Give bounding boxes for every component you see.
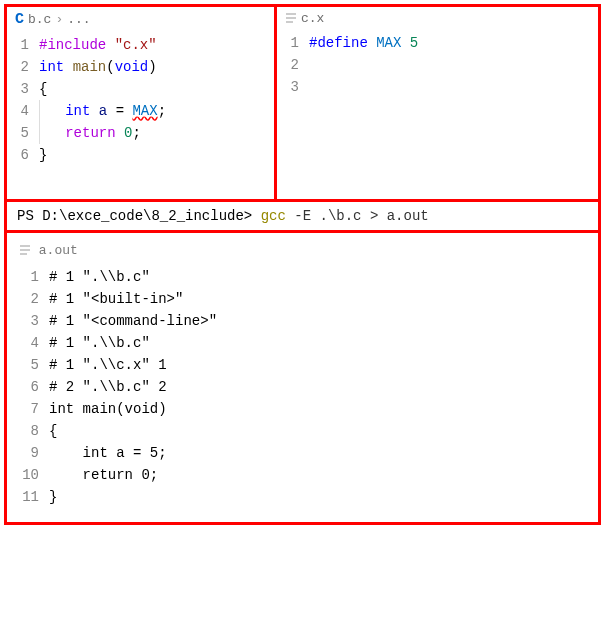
line-number: 9 (7, 442, 39, 464)
line-number: 2 (7, 56, 29, 78)
code-line[interactable]: } (39, 144, 274, 166)
term-prompt: PS (17, 208, 42, 224)
tok-int: int (39, 59, 64, 75)
code-line[interactable]: # 1 ".\\b.c" (49, 332, 598, 354)
paren: ) (148, 59, 156, 75)
code-line[interactable]: #define MAX 5 (309, 32, 598, 54)
line-number: 3 (7, 78, 29, 100)
tok-main: main (73, 59, 107, 75)
term-args: -E .\b.c > a.out (286, 208, 429, 224)
tok-void: void (115, 59, 149, 75)
line-number: 3 (7, 310, 39, 332)
code-line[interactable]: int main(void) (39, 56, 274, 78)
code-body[interactable]: # 1 ".\\b.c" # 1 "<built-in>" # 1 "<comm… (49, 266, 598, 508)
tok-string: "c.x" (115, 37, 157, 53)
line-number: 5 (7, 354, 39, 376)
terminal[interactable]: PS D:\exce_code\8_2_include> gcc -E .\b.… (7, 199, 598, 233)
breadcrumb-more[interactable]: ... (67, 12, 90, 27)
code-line[interactable] (309, 76, 598, 98)
code-area-right[interactable]: 1 2 3 #define MAX 5 (277, 30, 598, 199)
brace: } (39, 147, 47, 163)
tok-max-error: MAX (132, 103, 157, 119)
line-number: 8 (7, 420, 39, 442)
term-gt: > (244, 208, 261, 224)
line-number: 6 (7, 376, 39, 398)
eq: = (107, 103, 132, 119)
editor-pane-left: C b.c › ... 1 2 3 4 5 6 #include "c.x" i… (7, 7, 277, 199)
chevron-right-icon: › (55, 12, 63, 27)
code-line[interactable]: { (49, 420, 598, 442)
file-name: c.x (301, 11, 324, 26)
code-line[interactable]: # 1 ".\\b.c" (49, 266, 598, 288)
gutter: 1 2 3 4 5 6 (7, 34, 39, 195)
space (368, 35, 376, 51)
line-number: 6 (7, 144, 29, 166)
c-file-icon: C (15, 11, 24, 28)
tok-return: return (65, 125, 115, 141)
tok-define: #define (309, 35, 368, 51)
code-body[interactable]: #define MAX 5 (309, 32, 598, 195)
code-line[interactable]: # 1 "<built-in>" (49, 288, 598, 310)
code-line[interactable]: # 1 ".\\c.x" 1 (49, 354, 598, 376)
plain-file-icon (285, 11, 297, 26)
line-number: 5 (7, 122, 29, 144)
tok-val: 5 (410, 35, 418, 51)
space (116, 125, 124, 141)
code-line[interactable]: # 1 "<command-line>" (49, 310, 598, 332)
code-line[interactable]: int main(void) (49, 398, 598, 420)
paren: ( (106, 59, 114, 75)
code-line[interactable]: { (39, 78, 274, 100)
line-number: 1 (7, 34, 29, 56)
line-number: 3 (277, 76, 299, 98)
line-number: 1 (7, 266, 39, 288)
space (106, 37, 114, 53)
term-path: D:\exce_code\8_2_include (42, 208, 244, 224)
file-name: a.out (39, 243, 78, 258)
code-line[interactable]: int a = 5; (49, 442, 598, 464)
line-number: 10 (7, 464, 39, 486)
line-number: 4 (7, 332, 39, 354)
code-line[interactable] (309, 54, 598, 76)
term-cmd: gcc (261, 208, 286, 224)
line-number: 2 (7, 288, 39, 310)
tab-bar-left[interactable]: C b.c › ... (7, 7, 274, 32)
plain-file-icon (19, 243, 39, 258)
space (64, 59, 72, 75)
tok-int: int (65, 103, 90, 119)
tab-bar-bottom[interactable]: a.out (7, 241, 598, 264)
editor-window: C b.c › ... 1 2 3 4 5 6 #include "c.x" i… (4, 4, 601, 525)
line-number: 4 (7, 100, 29, 122)
tok-var: a (99, 103, 107, 119)
semi: ; (132, 125, 140, 141)
tab-bar-right[interactable]: c.x (277, 7, 598, 30)
semi: ; (158, 103, 166, 119)
space (401, 35, 409, 51)
indent (40, 103, 65, 119)
indent (40, 125, 65, 141)
gutter: 1 2 3 (277, 32, 309, 195)
file-name: b.c (28, 12, 51, 27)
code-line[interactable]: return 0; (49, 464, 598, 486)
line-number: 1 (277, 32, 299, 54)
code-line[interactable]: return 0; (39, 122, 274, 144)
brace: { (39, 81, 47, 97)
code-body[interactable]: #include "c.x" int main(void) { int a = … (39, 34, 274, 195)
top-row: C b.c › ... 1 2 3 4 5 6 #include "c.x" i… (7, 7, 598, 199)
line-number: 2 (277, 54, 299, 76)
code-line[interactable]: # 2 ".\\b.c" 2 (49, 376, 598, 398)
space (90, 103, 98, 119)
code-area-left[interactable]: 1 2 3 4 5 6 #include "c.x" int main(void… (7, 32, 274, 199)
line-number: 7 (7, 398, 39, 420)
code-area-bottom[interactable]: 1 2 3 4 5 6 7 8 9 10 11 # 1 ".\\b.c" # 1… (7, 264, 598, 512)
gutter: 1 2 3 4 5 6 7 8 9 10 11 (7, 266, 49, 508)
editor-pane-bottom: a.out 1 2 3 4 5 6 7 8 9 10 11 # 1 ".\\b.… (7, 233, 598, 522)
code-line[interactable]: } (49, 486, 598, 508)
tok-max: MAX (376, 35, 401, 51)
tok-include: #include (39, 37, 106, 53)
code-line[interactable]: #include "c.x" (39, 34, 274, 56)
code-line[interactable]: int a = MAX; (39, 100, 274, 122)
editor-pane-right: c.x 1 2 3 #define MAX 5 (277, 7, 598, 199)
line-number: 11 (7, 486, 39, 508)
